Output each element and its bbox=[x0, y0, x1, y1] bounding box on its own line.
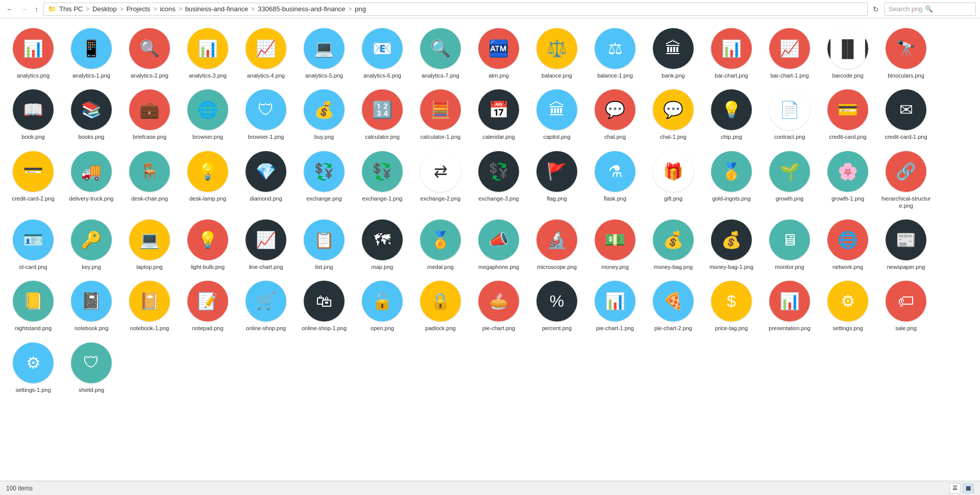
list-item[interactable]: 🔬microscope.png bbox=[529, 215, 585, 274]
list-item[interactable]: ✉credit-card-1.png bbox=[878, 85, 934, 144]
list-item[interactable]: 🥇gold-ingots.png bbox=[703, 146, 760, 213]
list-item[interactable]: 🔓open.png bbox=[354, 276, 410, 335]
list-item[interactable]: 🔢calculator.png bbox=[354, 85, 410, 144]
list-item[interactable]: ⚖️balance.png bbox=[529, 23, 585, 83]
list-item[interactable]: 🖥monitor.png bbox=[762, 215, 818, 274]
list-item[interactable]: 🥧pie-chart.png bbox=[471, 276, 527, 335]
list-item[interactable]: 📰newspaper.png bbox=[878, 215, 934, 274]
list-item[interactable]: 📊analytics.png bbox=[5, 23, 61, 83]
list-item[interactable]: 📧analytics-6.png bbox=[354, 23, 410, 83]
file-label: gift.png bbox=[664, 195, 682, 202]
list-item[interactable]: 🔑key.png bbox=[63, 215, 119, 274]
list-item[interactable]: 🔒padlock.png bbox=[412, 276, 469, 335]
list-item[interactable]: 💡desk-lamp.png bbox=[180, 146, 236, 213]
list-item[interactable]: 💱exchange-1.png bbox=[354, 146, 410, 213]
file-icon: 🌐 bbox=[827, 219, 868, 260]
list-item[interactable]: 🛍online-shop-1.png bbox=[296, 276, 352, 335]
list-item[interactable]: 🔭binoculars.png bbox=[878, 23, 934, 83]
list-item[interactable]: 🛡browser-1.png bbox=[238, 85, 294, 144]
list-item[interactable]: 🪪id-card.png bbox=[5, 215, 61, 274]
list-item[interactable]: 💻laptop.png bbox=[121, 215, 178, 274]
grid-view-button[interactable]: ▦ bbox=[963, 483, 974, 493]
list-item[interactable]: 🗺map.png bbox=[354, 215, 410, 274]
file-icon: 📊 bbox=[711, 28, 752, 69]
list-item[interactable]: 💰money-bag.png bbox=[645, 215, 701, 274]
list-item[interactable]: 🏛bank.png bbox=[645, 23, 701, 83]
list-item[interactable]: 🔍analytics-7.png bbox=[412, 23, 469, 83]
list-item[interactable]: 💱exchange-3.png bbox=[471, 146, 527, 213]
list-item[interactable]: 💳credit-card-2.png bbox=[5, 146, 61, 213]
list-item[interactable]: 🧮calculator-1.png bbox=[412, 85, 469, 144]
list-item[interactable]: ⚙settings.png bbox=[820, 276, 876, 335]
list-item[interactable]: 📄contract.png bbox=[762, 85, 818, 144]
list-item[interactable]: 💬chat-1.png bbox=[645, 85, 701, 144]
list-item[interactable]: ⚖balance-1.png bbox=[587, 23, 643, 83]
list-item[interactable]: 💱exchange.png bbox=[296, 146, 352, 213]
list-item[interactable]: 🔗hierarchical-structure.png bbox=[878, 146, 934, 213]
list-item[interactable]: 📊bar-chart.png bbox=[703, 23, 760, 83]
list-item[interactable]: 📓notebook.png bbox=[63, 276, 119, 335]
list-item[interactable]: 📣megaphone.png bbox=[471, 215, 527, 274]
list-view-button[interactable]: ☰ bbox=[949, 483, 961, 493]
list-item[interactable]: 💳credit-card.png bbox=[820, 85, 876, 144]
list-item[interactable]: 📊pie-chart-1.png bbox=[587, 276, 643, 335]
file-icon: 📧 bbox=[362, 28, 403, 69]
list-item[interactable]: 🏛capitol.png bbox=[529, 85, 585, 144]
list-item[interactable]: 🏷sale.png bbox=[878, 276, 934, 335]
list-item[interactable]: %percent.png bbox=[529, 276, 585, 335]
breadcrumb[interactable]: 📁 This PC > Desktop > Projects > icons >… bbox=[43, 3, 868, 16]
list-item[interactable]: 💎diamond.png bbox=[238, 146, 294, 213]
list-item[interactable]: 📒nightstand.png bbox=[5, 276, 61, 335]
search-box[interactable]: Search png 🔍 bbox=[884, 3, 976, 16]
file-icon: 💡 bbox=[187, 151, 228, 192]
list-item[interactable]: 🏧atm.png bbox=[471, 23, 527, 83]
forward-button[interactable]: → bbox=[18, 4, 30, 14]
list-item[interactable]: 💡light-bulb.png bbox=[180, 215, 236, 274]
list-item[interactable]: 🛡shield.png bbox=[63, 338, 119, 397]
list-item[interactable]: 🚚delivery-truck.png bbox=[63, 146, 119, 213]
file-icon: 🛍 bbox=[304, 281, 345, 321]
list-item[interactable]: 🏅medal.png bbox=[412, 215, 469, 274]
list-item[interactable]: 🎁gift.png bbox=[645, 146, 701, 213]
list-item[interactable]: 🪑desk-chair.png bbox=[121, 146, 178, 213]
list-item[interactable]: 💵money.png bbox=[587, 215, 643, 274]
list-item[interactable]: 📝notepad.png bbox=[180, 276, 236, 335]
list-item[interactable]: 🚩flag.png bbox=[529, 146, 585, 213]
up-button[interactable]: ↑ bbox=[33, 4, 40, 14]
list-item[interactable]: 🌱growth.png bbox=[762, 146, 818, 213]
list-item[interactable]: 💼briefcase.png bbox=[121, 85, 178, 144]
list-item[interactable]: ⚙settings-1.png bbox=[5, 338, 61, 397]
list-item[interactable]: 📈bar-chart-1.png bbox=[762, 23, 818, 83]
back-button[interactable]: ← bbox=[4, 4, 15, 14]
list-item[interactable]: 🌐browser.png bbox=[180, 85, 236, 144]
file-label: browser.png bbox=[192, 133, 223, 140]
list-item[interactable]: 📈line-chart.png bbox=[238, 215, 294, 274]
list-item[interactable]: 💰money-bag-1.png bbox=[703, 215, 760, 274]
list-item[interactable]: 🛒online-shop.png bbox=[238, 276, 294, 335]
list-item[interactable]: 💰buy.png bbox=[296, 85, 352, 144]
list-item[interactable]: 💻analytics-5.png bbox=[296, 23, 352, 83]
list-item[interactable]: 📊analytics-3.png bbox=[180, 23, 236, 83]
list-item[interactable]: ⚗flask.png bbox=[587, 146, 643, 213]
folder-icon: 📁 bbox=[48, 5, 56, 13]
list-item[interactable]: 📱analytics-1.png bbox=[63, 23, 119, 83]
list-item[interactable]: 🍕pie-chart-2.png bbox=[645, 276, 701, 335]
list-item[interactable]: $price-tag.png bbox=[703, 276, 760, 335]
list-item[interactable]: 📊presentation.png bbox=[762, 276, 818, 335]
list-item[interactable]: 🌐network.png bbox=[820, 215, 876, 274]
list-item[interactable]: ▌▐▌▐barcode.png bbox=[820, 23, 876, 83]
list-item[interactable]: 💬chat.png bbox=[587, 85, 643, 144]
list-item[interactable]: 📔notebook-1.png bbox=[121, 276, 178, 335]
list-item[interactable]: 💡chip.png bbox=[703, 85, 760, 144]
list-item[interactable]: 🌸growth-1.png bbox=[820, 146, 876, 213]
list-item[interactable]: 🔍analytics-2.png bbox=[121, 23, 178, 83]
list-item[interactable]: 📅calendar.png bbox=[471, 85, 527, 144]
list-item[interactable]: 📋list.png bbox=[296, 215, 352, 274]
file-label: atm.png bbox=[488, 72, 509, 79]
list-item[interactable]: 📖book.png bbox=[5, 85, 61, 144]
file-icon: 📒 bbox=[13, 281, 54, 321]
list-item[interactable]: ⇄exchange-2.png bbox=[412, 146, 469, 213]
list-item[interactable]: 📈analytics-4.png bbox=[238, 23, 294, 83]
list-item[interactable]: 📚books.png bbox=[63, 85, 119, 144]
refresh-button[interactable]: ↻ bbox=[871, 4, 881, 14]
